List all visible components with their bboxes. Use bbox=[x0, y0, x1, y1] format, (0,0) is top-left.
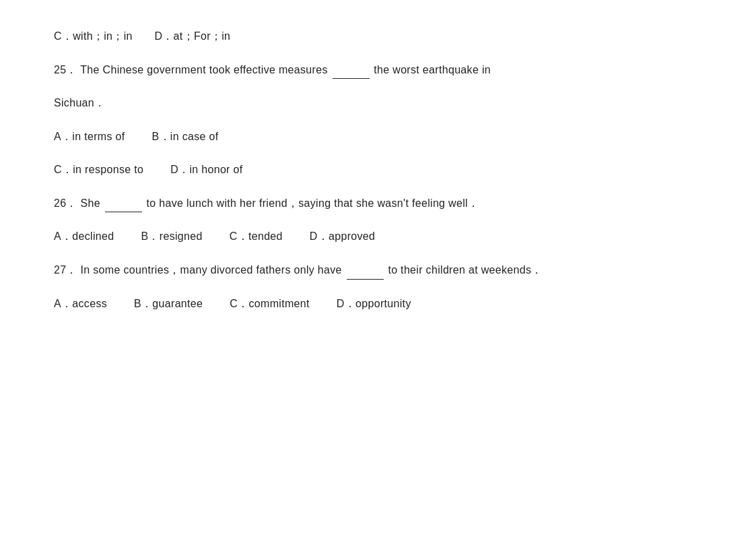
q25-option-a: A．in terms of bbox=[54, 127, 125, 146]
q25-option-c: C．in response to bbox=[54, 160, 143, 179]
prev-cd-line: C．with；in；in D．at；For；in bbox=[54, 27, 700, 45]
q25-option-d: D．in honor of bbox=[170, 160, 242, 179]
main-content: C．with；in；in D．at；For；in 25． The Chinese… bbox=[54, 27, 700, 313]
q25-number: 25． bbox=[54, 64, 77, 75]
q27-blank bbox=[347, 260, 384, 279]
q27-text-after: to their children at weekends． bbox=[388, 264, 542, 276]
q26-blank bbox=[105, 193, 142, 212]
q26-text-before: She bbox=[81, 197, 100, 209]
q26-option-c: C．tended bbox=[230, 227, 283, 245]
q25-option-b: B．in case of bbox=[152, 127, 219, 146]
q25-text-after: the worst earthquake in bbox=[374, 64, 491, 75]
q26-options: A．declined B．resigned C．tended D．approve… bbox=[54, 227, 700, 245]
q26-option-a: A．declined bbox=[54, 227, 114, 245]
q25-continuation: Sichuan． bbox=[54, 94, 700, 112]
q25-text-before: The Chinese government took effective me… bbox=[80, 64, 328, 75]
q27-stem: 27． In some countries，many divorced fath… bbox=[54, 260, 700, 279]
q26-stem: 26． She to have lunch with her friend，sa… bbox=[54, 193, 700, 212]
q25-options-ab: A．in terms of B．in case of bbox=[54, 127, 700, 146]
prev-cd-text: C．with；in；in D．at；For；in bbox=[54, 30, 230, 42]
q27-option-d: D．opportunity bbox=[337, 294, 411, 313]
q26-option-b: B．resigned bbox=[141, 227, 202, 245]
q27-number: 27． bbox=[54, 264, 77, 276]
q25-cont-text: Sichuan． bbox=[54, 97, 105, 108]
q27-option-a: A．access bbox=[54, 294, 107, 313]
q26-option-d: D．approved bbox=[310, 227, 375, 245]
q26-text-after: to have lunch with her friend，saying tha… bbox=[147, 197, 479, 209]
q27-option-b: B．guarantee bbox=[134, 294, 203, 313]
q27-text-before: In some countries，many divorced fathers … bbox=[81, 264, 342, 276]
q25-blank bbox=[333, 60, 370, 79]
q27-options: A．access B．guarantee C．commitment D．oppo… bbox=[54, 294, 700, 313]
q25-stem: 25． The Chinese government took effectiv… bbox=[54, 60, 700, 79]
q26-number: 26． bbox=[54, 197, 77, 209]
q27-option-c: C．commitment bbox=[230, 294, 310, 313]
q25-options-cd: C．in response to D．in honor of bbox=[54, 160, 700, 179]
